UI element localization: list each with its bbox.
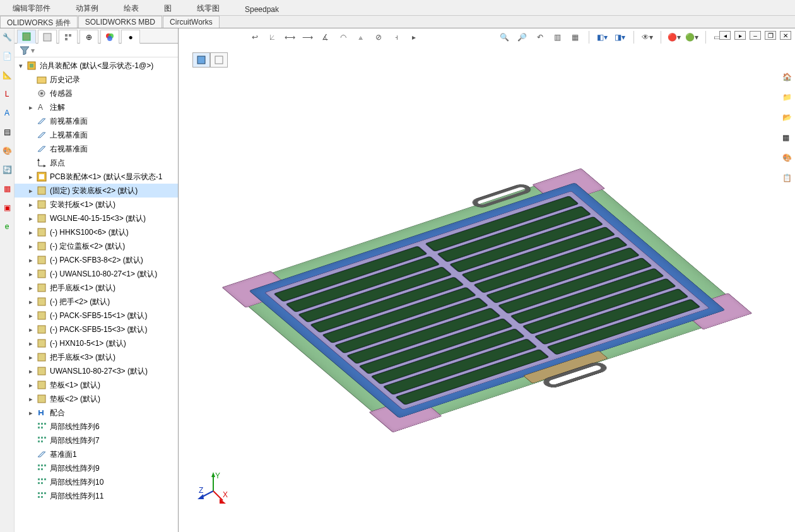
tree-toggle[interactable]: ▸ xyxy=(27,409,35,417)
tree-item-22[interactable]: ▸垫板<1> (默认) xyxy=(15,378,178,392)
ribbon-btn-wireframe[interactable]: 线零图 xyxy=(184,3,232,15)
ribbon-btn-drawing[interactable]: 图 xyxy=(151,3,184,15)
tree-item-24[interactable]: ▸配合 xyxy=(15,406,178,420)
tree-item-29[interactable]: 局部线性阵列10 xyxy=(15,475,178,489)
child-restore-icon[interactable]: ❐ xyxy=(765,31,776,40)
gutter-icon-appearance[interactable]: 🎨 xyxy=(1,145,13,157)
graphics-viewport[interactable]: ↩ ⟀ ⟷ ⟶ ∡ ◠ ⟁ ⊘ ⫞ ▸ 🔍 🔎 ↶ ▥ ▦ ◧▾ ◨▾ 👁▾ 🔴… xyxy=(179,28,795,532)
gutter-icon-note[interactable]: ▤ xyxy=(1,126,13,138)
tree-item-5[interactable]: 右视基准面 xyxy=(15,142,178,156)
measure-icon[interactable]: ⟀ xyxy=(266,30,280,44)
appearance-icon[interactable]: 🔴▾ xyxy=(668,30,681,44)
tree-item-0[interactable]: 历史记录 xyxy=(15,73,178,86)
tree-item-13[interactable]: ▸(-) PACK-SFB3-8<2> (默认) xyxy=(15,253,178,267)
gutter-icon-pdf[interactable]: e xyxy=(1,221,13,232)
fm-tab-feature-tree[interactable] xyxy=(17,30,36,44)
dim-angle-icon[interactable]: ∡ xyxy=(319,30,333,44)
tree-item-7[interactable]: ▸PCB装配体<1> (默认<显示状态-1 xyxy=(15,170,178,184)
tree-toggle[interactable]: ▸ xyxy=(27,312,35,320)
dim-diam-icon[interactable]: ⊘ xyxy=(372,30,386,44)
tree-toggle[interactable]: ▸ xyxy=(27,395,35,403)
tree-item-14[interactable]: ▸(-) UWANSL10-80-27<1> (默认) xyxy=(15,267,178,281)
tree-toggle[interactable]: ▸ xyxy=(27,201,35,209)
tree-item-19[interactable]: ▸(-) HXN10-5<1> (默认) xyxy=(15,336,178,350)
gutter-icon-orient[interactable]: 🔄 xyxy=(1,164,13,175)
tree-toggle[interactable]: ▸ xyxy=(27,270,35,278)
fm-tab-display[interactable] xyxy=(100,30,119,44)
taskpane-customprops-icon[interactable]: 📋 xyxy=(782,174,794,185)
more-icon[interactable]: ▸ xyxy=(407,30,421,44)
ribbon-btn-table[interactable]: 绘表 xyxy=(111,3,151,15)
tree-toggle[interactable]: ▸ xyxy=(27,242,35,251)
tree-toggle[interactable]: ▸ xyxy=(27,298,35,306)
gutter-icon-font[interactable]: A xyxy=(1,107,13,119)
feature-tree[interactable]: ▾治具装配体 (默认<显示状态-1@>)历史记录传感器▸A注解前视基准面上视基准… xyxy=(15,57,178,532)
tree-item-1[interactable]: 传感器 xyxy=(15,86,178,100)
ribbon-btn-edit-component[interactable]: 编辑零部件 xyxy=(0,3,63,15)
previous-view-icon[interactable]: ↶ xyxy=(533,30,547,44)
tree-item-15[interactable]: ▸把手底板<1> (默认) xyxy=(15,281,178,295)
tree-toggle[interactable]: ▸ xyxy=(27,326,35,334)
dim-arc-icon[interactable]: ◠ xyxy=(336,30,350,44)
gutter-icon-library[interactable]: ▣ xyxy=(1,202,13,213)
tree-item-21[interactable]: ▸UWANSL10-80-27<3> (默认) xyxy=(15,364,178,378)
zoom-area-icon[interactable]: 🔎 xyxy=(515,30,529,44)
fm-tab-property-manager[interactable] xyxy=(38,30,57,44)
child-minimize-icon[interactable]: – xyxy=(750,31,761,40)
tree-item-18[interactable]: ▸(-) PACK-SFB5-15<3> (默认) xyxy=(15,322,178,336)
taskpane-viewpalette-icon[interactable]: ▦ xyxy=(782,133,794,145)
reference-triad-icon[interactable]: Y Z X xyxy=(197,472,229,504)
tree-item-9[interactable]: ▸安装托板<1> (默认) xyxy=(15,198,178,211)
tree-toggle[interactable]: ▸ xyxy=(27,340,35,348)
tree-item-30[interactable]: 局部线性阵列11 xyxy=(15,489,178,503)
tree-toggle[interactable]: ▸ xyxy=(27,228,35,237)
tree-toggle[interactable]: ▸ xyxy=(27,187,35,195)
tree-toggle[interactable]: ▾ xyxy=(17,62,25,70)
tree-toggle[interactable]: ▸ xyxy=(27,284,35,292)
tab-circuitworks[interactable]: CircuitWorks xyxy=(163,16,220,28)
tree-item-4[interactable]: 上视基准面 xyxy=(15,128,178,142)
taskpane-appearance-icon[interactable]: 🎨 xyxy=(782,153,794,165)
taskpane-resources-icon[interactable]: 🏠 xyxy=(782,73,794,84)
child-close-icon[interactable]: ✕ xyxy=(780,31,791,40)
tree-item-26[interactable]: 局部线性阵列7 xyxy=(15,434,178,447)
section-view-icon[interactable]: ▥ xyxy=(551,30,565,44)
tree-item-28[interactable]: 局部线性阵列9 xyxy=(15,461,178,475)
tree-toggle[interactable]: ▸ xyxy=(27,103,35,112)
tree-item-25[interactable]: 局部线性阵列6 xyxy=(15,420,178,434)
tree-toggle[interactable]: ▸ xyxy=(27,215,35,223)
fm-tab-configuration[interactable] xyxy=(59,30,78,44)
gutter-icon-sketch[interactable]: L xyxy=(1,88,13,100)
tree-item-27[interactable]: 基准面1 xyxy=(15,447,178,461)
tab-solidworks-mbd[interactable]: SOLIDWORKS MBD xyxy=(78,16,162,28)
taskpane-designlib-icon[interactable]: 📁 xyxy=(782,93,794,104)
taskpane-explorer-icon[interactable]: 📂 xyxy=(782,113,794,124)
tree-item-2[interactable]: ▸A注解 xyxy=(15,100,178,114)
flyout-tab-3dviews[interactable] xyxy=(210,52,228,68)
child-next-icon[interactable]: ▸ xyxy=(734,31,746,40)
zoom-fit-icon[interactable]: 🔍 xyxy=(498,30,512,44)
tree-toggle[interactable]: ▸ xyxy=(27,173,35,181)
tree-item-20[interactable]: ▸把手底板<3> (默认) xyxy=(15,350,178,364)
fm-tab-dimxpert[interactable]: ⊕ xyxy=(80,30,98,44)
tree-item-17[interactable]: ▸(-) PACK-SFB5-15<1> (默认) xyxy=(15,309,178,322)
dim-align-icon[interactable]: ⟶ xyxy=(301,30,315,44)
tree-item-6[interactable]: 原点 xyxy=(15,156,178,170)
tree-toggle[interactable]: ▸ xyxy=(27,353,35,362)
tree-item-23[interactable]: ▸垫板<2> (默认) xyxy=(15,392,178,406)
tree-item-8[interactable]: ▸(固定) 安装底板<2> (默认) xyxy=(15,184,178,198)
feature-manager-filter[interactable]: ▾ xyxy=(15,44,178,57)
dim-linear-icon[interactable]: ⟷ xyxy=(283,30,297,44)
view-settings-icon[interactable]: 👁▾ xyxy=(640,30,654,44)
ribbon-btn-motion[interactable]: 动算例 xyxy=(63,3,111,15)
hide-show-icon[interactable]: ◨▾ xyxy=(613,30,627,44)
tree-item-11[interactable]: ▸(-) HHKS100<6> (默认) xyxy=(15,225,178,239)
gutter-icon-property[interactable]: 📄 xyxy=(1,50,13,62)
tree-item-12[interactable]: ▸(-) 定位盖板<2> (默认) xyxy=(15,239,178,253)
fm-tab-mbd[interactable]: ● xyxy=(121,30,140,44)
dim-radius-icon[interactable]: ⟁ xyxy=(354,30,368,44)
child-prev-icon[interactable]: ◂ xyxy=(719,31,731,40)
ribbon-btn-speedpak[interactable]: Speedpak xyxy=(232,5,292,15)
flyout-tab-model[interactable] xyxy=(192,52,210,68)
gutter-icon-dim[interactable]: 📐 xyxy=(1,69,13,81)
